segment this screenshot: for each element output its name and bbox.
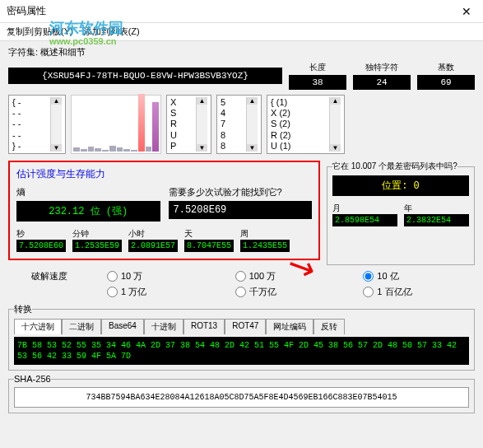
histogram [71, 95, 161, 154]
histogram-bar [109, 146, 116, 152]
histogram-bar [88, 147, 95, 152]
histogram-bar [81, 149, 87, 152]
tab-十六进制[interactable]: 十六进制 [14, 319, 62, 334]
rank-value: 位置: 0 [332, 175, 469, 196]
scrollbar[interactable]: ▲▼ [50, 97, 62, 152]
tab-ROT47[interactable]: ROT47 [225, 319, 266, 334]
crack-speed-row: 破解速度 10 万 100 万 10 亿 1 万亿 千万亿 1 百亿亿 [8, 270, 475, 298]
time-mon: 月2.8598E54 [332, 203, 397, 226]
charset-label: 字符集: 概述和细节 [8, 46, 86, 58]
radio-1b[interactable] [363, 271, 374, 282]
tab-二进制[interactable]: 二进制 [62, 319, 101, 334]
stat-length: 长度 38 [289, 62, 346, 90]
trials-label: 需要多少次试验才能找到它? [169, 186, 313, 198]
rank-panel: 它在 10.007 个最差密码列表中吗? 位置: 0 月2.8598E54年2.… [327, 161, 475, 265]
window-title: 密码属性 [7, 4, 46, 18]
strength-heading: 估计强度与生存能力 [16, 167, 312, 181]
time-day: 天8.7047E55 [184, 228, 234, 252]
close-button[interactable]: ✕ [450, 0, 483, 23]
radio-1m[interactable] [235, 271, 246, 282]
histogram-bar [102, 150, 109, 152]
time-sec: 秒7.5208E60 [16, 228, 66, 252]
convert-legend: 转换 [14, 303, 32, 315]
convert-output[interactable]: 7B 58 53 52 55 35 34 46 4A 2D 37 38 54 4… [14, 337, 469, 365]
radio-100q[interactable] [363, 287, 374, 297]
sha-legend: SHA-256 [14, 374, 51, 384]
tab-Base64[interactable]: Base64 [101, 319, 144, 334]
menu-add[interactable]: 添加到列表(Z) [83, 26, 140, 38]
stat-unique: 独特字符 24 [353, 62, 411, 90]
histogram-bar [152, 102, 159, 152]
convert-tabs: 十六进制二进制Base64十进制ROT13ROT47网址编码反转 [14, 319, 469, 334]
histogram-bar [146, 147, 152, 152]
trials-value: 7.5208E69 [169, 201, 313, 219]
entropy-label: 熵 [16, 186, 160, 198]
time-wk: 周1.2435E55 [240, 228, 290, 252]
tab-十进制[interactable]: 十进制 [144, 319, 183, 334]
radio-1t[interactable] [107, 287, 118, 297]
tab-网址编码[interactable]: 网址编码 [266, 319, 313, 334]
time-min: 分钟1.2535E59 [72, 228, 122, 252]
col-digits[interactable]: 5 4 7 8 8 ▲▼ [216, 95, 262, 154]
scrollbar[interactable]: ▲▼ [196, 97, 207, 152]
scrollbar[interactable]: ▲▼ [329, 97, 341, 152]
sha-section: SHA-256 734BB7594BA634E28084A12618A05C8D… [8, 374, 475, 413]
histogram-bar [138, 94, 145, 152]
histogram-bar [73, 147, 80, 152]
detail-columns: { - - - - - - - } - ▲▼ X S R U P ▲▼ 5 4 … [8, 95, 475, 154]
col-letters[interactable]: X S R U P ▲▼ [166, 95, 211, 154]
radio-1q[interactable] [235, 287, 246, 297]
histogram-bar [123, 149, 130, 152]
histogram-bar [131, 150, 137, 152]
histogram-bar [95, 148, 101, 152]
convert-section: 转换 十六进制二进制Base64十进制ROT13ROT47网址编码反转 7B 5… [8, 303, 475, 371]
entropy-value: 232.12 位 (强) [16, 201, 160, 222]
scrollbar[interactable]: ▲▼ [246, 97, 258, 152]
col-counts[interactable]: { (1) X (2) S (2) R (2) U (1) ▲▼ [267, 95, 345, 154]
menu-copy[interactable]: 复制到剪贴板(Y) [7, 26, 73, 38]
tab-ROT13[interactable]: ROT13 [183, 319, 225, 334]
time-hr: 小时2.0891E57 [128, 228, 178, 252]
menubar: 复制到剪贴板(Y) 添加到列表(Z) [0, 23, 483, 41]
titlebar: 密码属性 ✕ [0, 0, 483, 23]
sha-output[interactable]: 734BB7594BA634E28084A12618A05C8D75A5F8E4… [14, 387, 469, 408]
tab-反转[interactable]: 反转 [313, 319, 345, 334]
crack-speed-label: 破解速度 [8, 270, 91, 282]
radio-100k[interactable] [107, 271, 118, 282]
rank-legend: 它在 10.007 个最差密码列表中吗? [332, 161, 457, 172]
time-yr: 年2.3832E54 [404, 203, 469, 226]
strength-panel: 估计强度与生存能力 熵 232.12 位 (强) 需要多少次试验才能找到它? 7… [8, 161, 320, 260]
password-display: {XSRU54FJ-78TH-BQUO-E8VW-HPW3BSVB3YOZ} [8, 68, 282, 84]
col-braces[interactable]: { - - - - - - - } - ▲▼ [8, 95, 66, 154]
stat-base: 基数 69 [417, 62, 475, 90]
histogram-bar [117, 147, 123, 152]
